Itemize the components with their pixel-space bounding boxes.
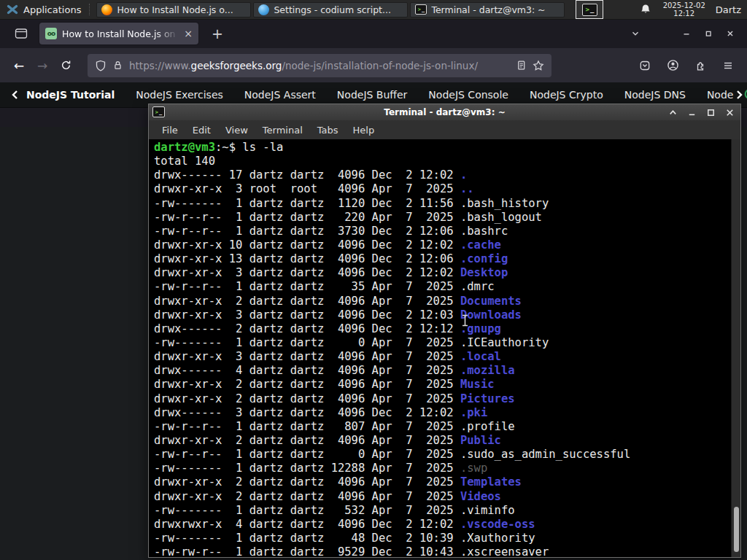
terminal-output-line: -rw------- 1 dartz dartz 1120 Dec 2 11:5… bbox=[154, 197, 740, 211]
terminal-menu-view[interactable]: View bbox=[218, 122, 255, 139]
site-nav-link[interactable]: NodeJS Exercises bbox=[136, 89, 223, 101]
tab-title: How to Install Node.js on bbox=[62, 28, 179, 39]
terminal-output-line: drwxr-xr-x 10 dartz dartz 4096 Dec 2 12:… bbox=[154, 238, 740, 252]
taskbar-window-label: Settings - codium script... bbox=[274, 4, 390, 15]
toolbar-right-buttons bbox=[633, 55, 740, 77]
terminal-output-line: drwxr-xr-x 3 dartz dartz 4096 Apr 7 2025… bbox=[154, 350, 740, 364]
list-all-tabs-button[interactable] bbox=[624, 23, 646, 44]
back-button[interactable]: ← bbox=[7, 55, 31, 77]
terminal-launcher-button[interactable]: >_ bbox=[576, 0, 603, 19]
terminal-output-line: drwxr-xr-x 3 dartz dartz 4096 Dec 2 12:0… bbox=[154, 308, 740, 322]
reload-button[interactable] bbox=[54, 55, 77, 77]
terminal-scrollbar[interactable] bbox=[731, 139, 740, 557]
terminal-output-line: -rw-r--r-- 1 dartz dartz 0 Apr 7 2025 .s… bbox=[154, 448, 740, 462]
terminal-output-line: -rw------- 1 dartz dartz 48 Dec 2 10:39 … bbox=[154, 532, 740, 545]
applications-menu-button[interactable]: Applications bbox=[0, 0, 87, 19]
terminal-output-line: drwx------ 17 dartz dartz 4096 Dec 2 12:… bbox=[154, 168, 740, 182]
firefox-navigation-toolbar: ← → ht bbox=[0, 48, 747, 82]
site-nav-link[interactable]: NodeJS Crypto bbox=[530, 89, 603, 101]
tab-close-button[interactable]: × bbox=[184, 28, 193, 39]
firefox-tab-bar: oo How to Install Node.js on × + bbox=[0, 19, 747, 48]
account-icon bbox=[667, 59, 679, 71]
clock-time: 12:12 bbox=[663, 9, 705, 18]
taskbar-window-button[interactable]: Settings - codium script... bbox=[253, 2, 408, 18]
reader-mode-button[interactable] bbox=[516, 60, 527, 71]
nav-scroll-left-button[interactable] bbox=[10, 90, 19, 100]
close-icon bbox=[725, 28, 735, 39]
browser-maximize-button[interactable] bbox=[697, 23, 719, 44]
site-nav-link[interactable]: NodeJS Tutorial bbox=[26, 89, 115, 101]
firefox-view-button[interactable] bbox=[10, 23, 32, 44]
panel-user-menu[interactable]: Dartz bbox=[716, 4, 741, 15]
taskbar-window-button[interactable]: >_Terminal - dartz@vm3: ~ bbox=[410, 2, 565, 18]
terminal-output-line: -rw-r--r-- 1 dartz dartz 35 Apr 7 2025 .… bbox=[154, 280, 740, 294]
terminal-output-line: -rw-r--r-- 1 dartz dartz 807 Apr 7 2025 … bbox=[154, 420, 740, 434]
url-scheme: https://www. bbox=[129, 60, 191, 71]
lock-icon[interactable] bbox=[112, 60, 123, 71]
clock-date: 2025-12-02 bbox=[663, 1, 705, 9]
taskbar-window-label: How to Install Node.js o... bbox=[117, 4, 233, 15]
maximize-button[interactable] bbox=[706, 108, 716, 117]
terminal-icon: >_ bbox=[152, 106, 165, 117]
forward-button[interactable]: → bbox=[31, 55, 54, 77]
notification-bell-button[interactable] bbox=[640, 4, 651, 15]
extensions-button[interactable] bbox=[689, 55, 712, 77]
bookmark-star-button[interactable] bbox=[533, 60, 544, 71]
panel-clock[interactable]: 2025-12-02 12:12 bbox=[663, 1, 705, 18]
site-nav-link[interactable]: NodeJS DNS bbox=[624, 89, 686, 101]
browser-tab[interactable]: oo How to Install Node.js on × bbox=[39, 23, 198, 44]
terminal-output-line: drwxr-xr-x 2 dartz dartz 4096 Apr 7 2025… bbox=[154, 490, 740, 504]
site-nav-link[interactable]: Node bbox=[707, 89, 734, 101]
url-bar[interactable]: https://www.geeksforgeeks.org/node-js/in… bbox=[88, 54, 551, 77]
terminal-total-line: total 140 bbox=[154, 155, 740, 168]
xfce-panel: Applications How to Install Node.js o...… bbox=[0, 0, 747, 20]
reload-icon bbox=[61, 60, 71, 71]
nav-scroll-right-button[interactable] bbox=[735, 90, 743, 100]
panel-grip bbox=[89, 4, 94, 15]
bell-icon bbox=[640, 4, 651, 15]
terminal-icon: >_ bbox=[582, 4, 597, 16]
terminal-output-line: drwxr-xr-x 2 dartz dartz 4096 Apr 7 2025… bbox=[154, 392, 740, 406]
terminal-menu-file[interactable]: File bbox=[155, 122, 185, 139]
site-nav-link[interactable]: NodeJS Console bbox=[428, 89, 508, 101]
pocket-icon bbox=[639, 60, 651, 71]
firefox-view-icon bbox=[15, 28, 28, 39]
browser-minimize-button[interactable] bbox=[676, 23, 697, 44]
terminal-menu-help[interactable]: Help bbox=[346, 122, 382, 139]
terminal-menu-bar: FileEditViewTerminalTabsHelp bbox=[149, 120, 740, 139]
account-button[interactable] bbox=[661, 55, 684, 77]
terminal-title: Terminal - dartz@vm3: ~ bbox=[384, 107, 505, 117]
minimize-button[interactable] bbox=[687, 108, 697, 117]
tracking-shield-icon[interactable] bbox=[95, 60, 107, 71]
terminal-menu-terminal[interactable]: Terminal bbox=[255, 122, 310, 139]
url-path: /node-js/installation-of-node-js-on-linu… bbox=[282, 60, 478, 71]
terminal-output-line: drwx------ 3 dartz dartz 4096 Dec 2 12:0… bbox=[154, 406, 740, 420]
terminal-output-line: drwxr-xr-x 2 dartz dartz 4096 Apr 7 2025… bbox=[154, 295, 740, 308]
site-nav-link[interactable]: NodeJS Assert bbox=[244, 89, 316, 101]
chevron-left-icon bbox=[10, 90, 19, 100]
shade-window-button[interactable] bbox=[668, 108, 678, 117]
terminal-output-line: -rw-r--r-- 1 dartz dartz 220 Apr 7 2025 … bbox=[154, 211, 740, 225]
terminal-menu-tabs[interactable]: Tabs bbox=[310, 122, 346, 139]
taskbar-window-label: Terminal - dartz@vm3: ~ bbox=[431, 4, 545, 15]
terminal-output-area[interactable]: dartz@vm3:~$ ls -latotal 140drwx------ 1… bbox=[149, 139, 740, 557]
menu-button[interactable] bbox=[716, 55, 740, 77]
close-button[interactable] bbox=[725, 108, 735, 117]
desktop: Applications How to Install Node.js o...… bbox=[0, 0, 747, 560]
geeksforgeeks-favicon-icon: oo bbox=[45, 28, 57, 39]
terminal-output-line: drwx------ 2 dartz dartz 4096 Dec 2 12:1… bbox=[154, 322, 740, 336]
site-search-button[interactable] bbox=[743, 88, 747, 102]
site-nav-link[interactable]: NodeJS Buffer bbox=[337, 89, 408, 101]
terminal-output-line: -rw-rw-r-- 1 dartz dartz 9529 Dec 2 10:4… bbox=[154, 545, 740, 557]
terminal-title-bar[interactable]: >_ Terminal - dartz@vm3: ~ bbox=[149, 104, 740, 120]
chevron-down-icon bbox=[630, 28, 640, 39]
new-tab-button[interactable]: + bbox=[207, 23, 228, 44]
terminal-output-line: -rw-r--r-- 1 dartz dartz 3730 Dec 2 12:0… bbox=[154, 225, 740, 238]
url-domain: geeksforgeeks.org bbox=[191, 60, 282, 71]
terminal-scrollbar-thumb[interactable] bbox=[734, 507, 739, 552]
terminal-menu-edit[interactable]: Edit bbox=[185, 122, 218, 139]
terminal-output-line: drwxr-xr-x 2 dartz dartz 4096 Apr 7 2025… bbox=[154, 378, 740, 392]
pocket-save-button[interactable] bbox=[633, 55, 657, 77]
taskbar-window-button[interactable]: How to Install Node.js o... bbox=[96, 2, 251, 18]
browser-close-button[interactable] bbox=[719, 23, 741, 44]
